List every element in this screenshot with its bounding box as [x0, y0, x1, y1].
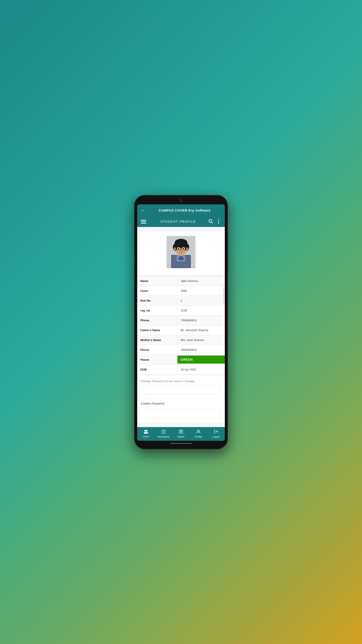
nav-profile-label: Profile: [195, 435, 202, 438]
svg-point-17: [183, 248, 184, 249]
table-row: Father's Name Mr. Ashutosh Sharma: [137, 325, 225, 335]
parent-phone-label: Phone: [137, 346, 177, 354]
phone-frame: ← CAMPUS COVER Erp Software STUDENT PROF…: [134, 195, 228, 449]
table-row: House GREEN: [137, 355, 225, 365]
svg-point-24: [144, 430, 146, 431]
table-row: Phone. 7004680810: [137, 316, 225, 325]
home-bar: [170, 443, 192, 444]
parent-phone-value: 7004680810: [177, 346, 225, 354]
svg-line-1: [211, 222, 213, 223]
svg-point-12: [174, 247, 176, 250]
table-row: Roll No. 2: [137, 296, 225, 306]
confirm-password-input[interactable]: [141, 410, 221, 419]
table-row: Mother's Name Mrs. Aarti Sharma: [137, 335, 225, 345]
back-button[interactable]: ←: [141, 208, 146, 213]
logout-icon: [214, 429, 218, 434]
house-label: House: [137, 356, 177, 364]
name-label: Name: [137, 277, 177, 285]
change-password-input[interactable]: [141, 385, 221, 394]
dob-value: 28 Apr 2002: [177, 366, 225, 374]
svg-point-33: [198, 430, 199, 432]
nav-logout[interactable]: Logout: [207, 429, 225, 438]
name-value: Jatin Sharma: [177, 277, 225, 285]
nav-notice-label: Notice: [177, 435, 184, 438]
scroll-indicator: [223, 287, 224, 305]
phone-screen: ← CAMPUS COVER Erp Software STUDENT PROF…: [137, 204, 225, 441]
nav-homework-label: Homework: [158, 435, 169, 438]
users-icon: [143, 430, 148, 434]
photo-section: [137, 232, 225, 275]
nav-logout-label: Logout: [212, 435, 220, 438]
homework-icon: [161, 429, 166, 434]
more-options-icon[interactable]: ⋮: [216, 219, 221, 224]
father-label: Father's Name: [137, 326, 177, 334]
top-bar: ← CAMPUS COVER Erp Software: [137, 204, 225, 216]
change-password-label: Change Password (If you want to change): [141, 380, 221, 383]
notice-icon: [179, 429, 183, 434]
info-table: Name Jatin Sharma Class ANM Roll No. 2 r…: [137, 276, 225, 374]
search-icon[interactable]: [208, 219, 213, 225]
reg-label: reg_no: [137, 306, 177, 314]
nav-icons: ⋮: [208, 219, 221, 225]
confirm-password-section: Confirm Password: [137, 398, 225, 422]
table-row: DOB 28 Apr 2002: [137, 365, 225, 374]
father-value: Mr. Ashutosh Sharma: [177, 326, 225, 334]
app-title: CAMPUS COVER Erp Software: [148, 208, 221, 212]
nav-users[interactable]: Users: [137, 430, 155, 438]
nav-users-label: Users: [143, 435, 149, 438]
student-photo: [166, 236, 196, 268]
table-row: Class ANM: [137, 286, 225, 296]
table-row: Phone 7004680810: [137, 345, 225, 355]
roll-value: 2: [177, 297, 225, 304]
svg-point-16: [178, 248, 179, 249]
content-area: Name Jatin Sharma Class ANM Roll No. 2 r…: [137, 227, 225, 427]
nav-bar: STUDENT PROFILE ⋮: [137, 216, 225, 227]
mother-value: Mrs. Aarti Sharma: [177, 336, 225, 344]
password-section: Change Password (If you want to change): [137, 376, 225, 398]
confirm-password-label: Confirm Password: [141, 398, 221, 408]
page-title: STUDENT PROFILE: [148, 220, 208, 224]
svg-point-13: [186, 247, 188, 250]
svg-point-23: [180, 250, 182, 251]
hamburger-menu[interactable]: [141, 220, 146, 224]
nav-notice[interactable]: Notice: [172, 429, 190, 438]
mother-label: Mother's Name: [137, 336, 177, 344]
table-row: Name Jatin Sharma: [137, 276, 225, 286]
reg-value: 1226: [177, 306, 225, 314]
house-value: GREEN: [177, 356, 225, 364]
camera: [179, 199, 183, 202]
profile-icon: [196, 429, 201, 434]
svg-point-25: [146, 430, 147, 431]
roll-label: Roll No.: [137, 297, 177, 304]
dob-label: DOB: [137, 366, 177, 374]
class-label: Class: [137, 287, 177, 295]
nav-profile[interactable]: Profile: [190, 429, 207, 438]
class-value: ANM: [177, 287, 225, 295]
bottom-nav: Users Homework: [137, 427, 225, 441]
nav-homework[interactable]: Homework: [155, 429, 172, 438]
table-row: reg_no 1226: [137, 306, 225, 316]
phone-value: 7004680810: [177, 316, 225, 324]
phone-label: Phone.: [137, 316, 177, 324]
